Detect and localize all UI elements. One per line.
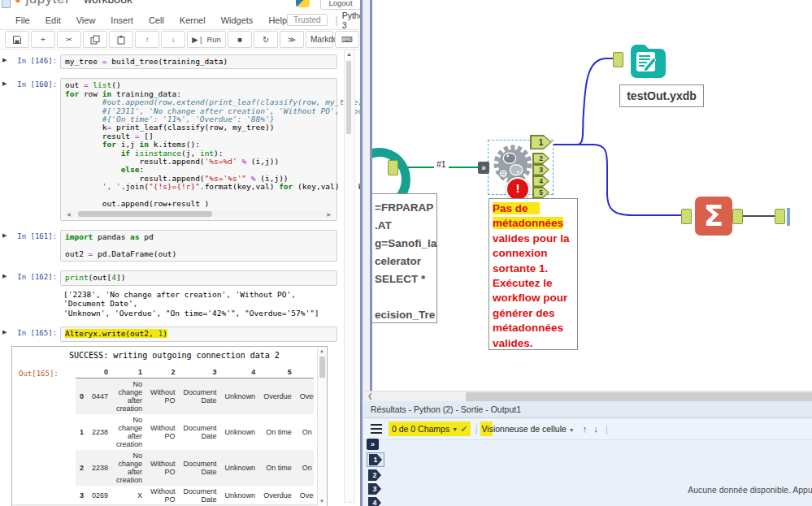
scroll-left-icon[interactable]: ◀ <box>67 211 71 217</box>
cell-output-box: SUCCESS: writing outgoing connection dat… <box>11 346 328 506</box>
table-cell: 2 <box>76 450 88 486</box>
cut-cell-button[interactable]: ✂ <box>57 31 81 48</box>
python-input-anchor[interactable]: » <box>478 162 489 174</box>
error-text: métadonnées <box>493 217 563 229</box>
scroll-left-icon[interactable]: ❮ <box>367 392 373 400</box>
scroll-up-icon[interactable]: ▲ <box>319 348 324 353</box>
table-cell: 0 <box>76 378 88 414</box>
fields-selector[interactable]: 0 de 0 Champs ▼ ✔ <box>389 422 471 436</box>
code-hscrollbar[interactable]: ◀▶ <box>65 210 332 218</box>
code-input[interactable]: Alteryx.write(out2, 1) <box>60 327 337 341</box>
cell-prompt-col: ▶In [160]: <box>0 78 60 221</box>
paste-cell-button[interactable] <box>109 31 133 48</box>
code-input[interactable]: out = list()for row in training_data: #o… <box>60 78 337 221</box>
menu-edit[interactable]: Edit <box>46 15 61 25</box>
table-row: 12238No change after creationWithout POD… <box>76 414 314 450</box>
next-tool-input-anchor[interactable] <box>775 209 785 224</box>
connection-tabs: 1234 <box>367 452 388 506</box>
menu-kernel[interactable]: Kernel <box>180 15 206 25</box>
command-palette-button[interactable]: ⌨ <box>335 31 359 48</box>
incoming-connection-icon[interactable]: » <box>367 439 379 450</box>
move-cell-up-button[interactable]: ↑ <box>135 31 159 48</box>
run-cell-icon[interactable]: ▶ <box>2 232 7 239</box>
run-icon: ▶❘ <box>192 35 204 44</box>
logout-button[interactable]: Logout <box>320 0 360 10</box>
error-line: workflow pour <box>493 291 577 305</box>
stop-button[interactable]: ■ <box>228 31 252 48</box>
sort-up-icon[interactable]: ↑ <box>583 424 588 434</box>
table-view-icon[interactable] <box>371 424 382 434</box>
run-cell-icon[interactable]: ▶ <box>2 80 7 87</box>
error-line: sortante 1. <box>493 262 577 276</box>
connection-tab-2[interactable]: 2 <box>368 469 381 481</box>
save-button[interactable] <box>5 31 29 48</box>
run-button[interactable]: ▶❘Run <box>187 31 226 48</box>
app-root: ◕ jupyter workbook Logout FileEditViewIn… <box>0 0 812 506</box>
cell-prompt-col: ▶In [162]: <box>0 270 60 318</box>
code-input[interactable]: my_tree = build_tree(training_data) <box>60 54 337 69</box>
output-vscrollbar[interactable]: ▲▼ <box>317 347 327 505</box>
kernel-name: Python 3 <box>342 11 360 30</box>
summarize-tool[interactable]: Σ <box>695 197 732 236</box>
connection-tab-1-selected[interactable]: 1 <box>367 452 384 467</box>
menu-insert[interactable]: Insert <box>111 15 133 25</box>
cell-prompt: In [162]: <box>8 270 60 281</box>
sort-down-icon[interactable]: ↓ <box>593 424 598 434</box>
python-error-annotation[interactable]: Pas demétadonnéesvalides pour laconnexio… <box>489 198 578 350</box>
scrollbar-thumb[interactable] <box>319 357 325 378</box>
alteryx-canvas[interactable]: #1 » 12345 ! Pas demétadonnéesvalides po… <box>372 0 812 391</box>
cell-type-select[interactable]: Markdown▼ <box>306 31 333 48</box>
summarize-input-anchor[interactable] <box>681 209 692 224</box>
menu-help[interactable]: Help <box>268 15 287 25</box>
cell-prompt-col: ▶In [161]: <box>0 230 60 262</box>
connection-tab-4[interactable]: 4 <box>368 497 381 506</box>
code-line: my_tree = build_tree(training_data) <box>65 58 332 66</box>
scroll-up-icon[interactable]: ▲ <box>346 51 352 57</box>
output-tool-input-anchor[interactable] <box>613 52 623 67</box>
table-row: 00447No change after creationWithout POD… <box>76 378 314 414</box>
table-cell: 2238 <box>88 450 112 486</box>
highlighted-code: Alteryx.write(out2, 1) <box>65 329 167 338</box>
menu-widgets[interactable]: Widgets <box>221 15 254 25</box>
run-cell-icon[interactable]: ▶ <box>2 57 7 63</box>
cell-main: Alteryx.write(out2, 1)SUCCESS: writing o… <box>60 327 337 506</box>
scroll-down-icon[interactable]: ▼ <box>319 499 324 504</box>
restart-run-all-button[interactable]: ≫ <box>280 31 304 48</box>
connection-tab-1[interactable]: 1 <box>369 454 382 465</box>
output-data-tool[interactable] <box>624 37 667 83</box>
cell-viewer-select[interactable]: Visionneuse de cellule ▼ <box>482 424 575 434</box>
table-cell: Without PO <box>146 450 180 486</box>
code-input[interactable]: print(out[4]) <box>60 270 337 285</box>
run-cell-icon[interactable]: ▶ <box>2 273 7 279</box>
jupyter-titlebar: ◕ jupyter workbook Logout <box>0 0 360 11</box>
copy-cell-button[interactable] <box>83 31 107 48</box>
code-input[interactable]: import pandas as pdout2 = pd.DataFrame(o… <box>60 230 337 262</box>
notebook-toolbar: ＋ ✂ ↑ ↓ ▶❘Run ■ ↻ ≫ Markdown▼ ⌨ <box>0 30 360 50</box>
connection-tab-3[interactable]: 3 <box>368 483 381 495</box>
canvas-scrollbar-thumb[interactable] <box>466 392 812 401</box>
summarize-output-anchor[interactable] <box>732 209 743 224</box>
annotation-line: g=Sanofi_la <box>375 235 436 253</box>
run-cell-icon[interactable]: ▶ <box>2 329 7 335</box>
menu-view[interactable]: View <box>76 15 96 25</box>
error-line: Pas de <box>493 201 577 216</box>
annotation-line: SELECT * <box>375 270 436 288</box>
add-cell-button[interactable]: ＋ <box>31 31 55 48</box>
apply-check-icon[interactable]: ✔ <box>460 424 467 435</box>
notebook-scrollbar[interactable]: ▲ <box>344 49 355 503</box>
scroll-right-icon[interactable]: ▶ <box>327 211 331 217</box>
scrollbar-thumb[interactable] <box>346 61 351 134</box>
table-cell: Unknown <box>221 378 260 414</box>
table-cell: Without PO <box>146 486 180 503</box>
menu-items: FileEditViewInsertCellKernelWidgetsHelp <box>0 15 287 25</box>
menu-file[interactable]: File <box>15 15 30 25</box>
scrollbar-thumb[interactable] <box>78 211 212 217</box>
restart-kernel-button[interactable]: ↻ <box>254 31 278 48</box>
error-line: valides. <box>493 336 577 351</box>
menu-cell[interactable]: Cell <box>149 15 164 25</box>
decision-tree-output-anchor[interactable] <box>388 160 398 175</box>
cell-1: ▶In [160]:out = list()for row in trainin… <box>0 78 360 221</box>
move-cell-down-button[interactable]: ↓ <box>161 31 185 48</box>
chevron-down-icon: ▼ <box>569 427 575 433</box>
query-annotation[interactable]: =FRPARAP.ATg=Sanofi_laceleratorSELECT * … <box>372 193 437 323</box>
